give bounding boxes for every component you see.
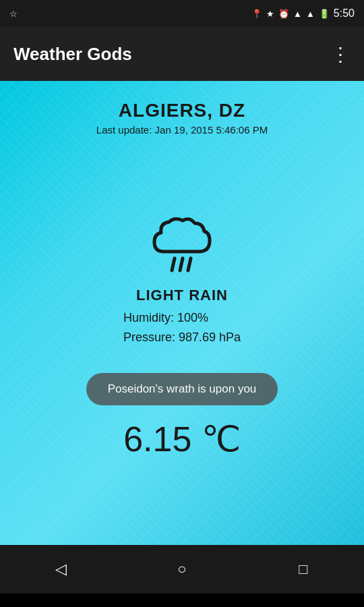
signal-icon: ▲ — [306, 9, 315, 19]
wifi-icon: ▲ — [293, 9, 302, 19]
svg-line-0 — [172, 258, 175, 270]
back-button[interactable]: ◁ — [40, 549, 81, 589]
city-name: ALGIERS, DZ — [119, 100, 245, 121]
message-pill: Poseidon's wrath is upon you — [86, 373, 278, 405]
status-bar-right: 📍 ★ ⏰ ▲ ▲ 🔋 5:50 — [251, 7, 355, 20]
star-icon: ★ — [266, 9, 274, 19]
cloud-rain-icon — [145, 210, 219, 277]
status-bar-left: ☆ — [9, 9, 18, 19]
svg-line-1 — [180, 258, 183, 270]
last-update: Last update: Jan 19, 2015 5:46:06 PM — [96, 124, 268, 136]
weather-condition: LIGHT RAIN — [136, 287, 228, 304]
status-time: 5:50 — [334, 7, 355, 20]
home-button[interactable]: ○ — [162, 549, 202, 589]
weather-details: Humidity: 100% Pressure: 987.69 hPa — [123, 308, 241, 347]
recent-button[interactable]: □ — [283, 549, 324, 589]
svg-line-2 — [188, 258, 191, 270]
main-content: ALGIERS, DZ Last update: Jan 19, 2015 5:… — [0, 81, 364, 545]
battery-icon: 🔋 — [319, 9, 330, 19]
weather-icon-area: LIGHT RAIN Humidity: 100% Pressure: 987.… — [123, 210, 241, 347]
temperature: 6.15 ℃ — [123, 419, 241, 459]
android-icon: ☆ — [9, 9, 18, 19]
message-text: Poseidon's wrath is upon you — [108, 382, 257, 395]
app-title: Weather Gods — [13, 44, 132, 65]
alarm-icon: ⏰ — [278, 9, 289, 19]
overflow-menu-icon[interactable]: ⋮ — [331, 43, 351, 65]
status-bar: ☆ 📍 ★ ⏰ ▲ ▲ 🔋 5:50 — [0, 0, 364, 27]
nav-bar: ◁ ○ □ — [0, 545, 364, 594]
pressure-row: Pressure: 987.69 hPa — [123, 328, 241, 347]
location-icon: 📍 — [251, 9, 262, 19]
humidity-row: Humidity: 100% — [123, 308, 241, 328]
app-bar: Weather Gods ⋮ — [0, 27, 364, 81]
